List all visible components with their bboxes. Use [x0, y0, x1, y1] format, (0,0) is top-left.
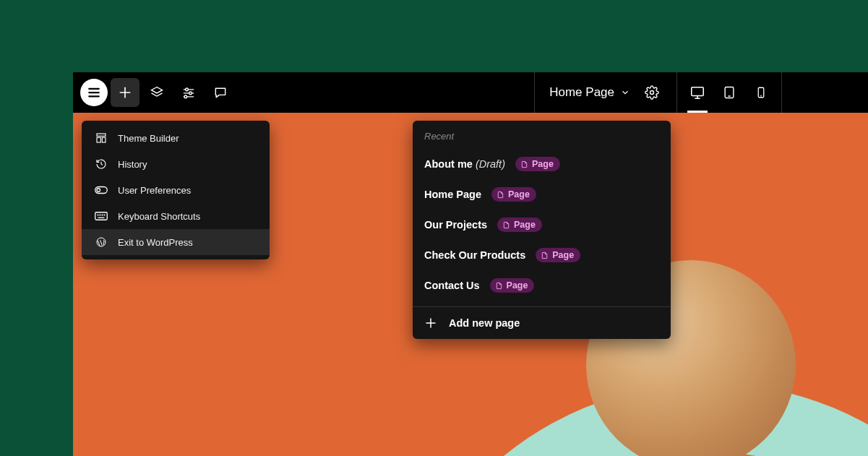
- page-badge: Page: [536, 248, 580, 262]
- page-badge: Page: [490, 278, 535, 293]
- page-item-contact-us[interactable]: Contact Us Page: [413, 270, 671, 301]
- page-item-about-me[interactable]: About me (Draft) Page: [413, 149, 671, 179]
- responsive-section: [676, 72, 781, 113]
- pages-dropdown-heading: Recent: [413, 121, 671, 146]
- menu-item-label: Theme Builder: [118, 133, 179, 144]
- page-icon: [495, 281, 503, 291]
- chevron-down-icon: [620, 87, 630, 98]
- page-badge: Page: [515, 157, 560, 171]
- editor-frame: Home Page: [73, 72, 868, 456]
- keyboard-icon: [95, 210, 108, 223]
- theme-builder-icon: [95, 132, 108, 145]
- svg-point-27: [98, 215, 98, 215]
- menu-item-label: Exit to WordPress: [118, 237, 193, 248]
- comments-button[interactable]: [206, 78, 235, 107]
- page-switcher-section: Home Page: [534, 72, 676, 113]
- toolbar-right: Home Page: [534, 72, 868, 113]
- page-icon: [502, 220, 510, 230]
- hamburger-icon: [87, 86, 101, 99]
- pages-list: About me (Draft) Page Home Page Page: [413, 146, 671, 306]
- page-badge: Page: [497, 218, 542, 232]
- page-item-check-our-products[interactable]: Check Our Products Page: [413, 240, 671, 270]
- svg-point-9: [189, 92, 192, 95]
- page-icon: [497, 190, 504, 199]
- svg-point-30: [104, 215, 105, 215]
- page-item-home-page[interactable]: Home Page Page: [413, 179, 671, 210]
- add-new-page-button[interactable]: Add new page: [413, 306, 671, 339]
- menu-item-keyboard-shortcuts[interactable]: Keyboard Shortcuts: [82, 203, 270, 229]
- page-icon: [541, 251, 549, 260]
- svg-point-24: [97, 189, 100, 192]
- page-item-title: Our Projects: [424, 219, 487, 231]
- menu-item-exit-to-wordpress[interactable]: Exit to WordPress: [82, 229, 270, 255]
- menu-item-label: User Preferences: [118, 185, 191, 196]
- page-item-title: Check Our Products: [424, 249, 525, 261]
- add-new-page-label: Add new page: [449, 317, 520, 329]
- tablet-icon: [722, 85, 736, 100]
- wordpress-icon: [95, 236, 108, 249]
- gear-icon: [645, 85, 659, 100]
- svg-rect-21: [97, 137, 100, 142]
- toggle-icon: [95, 184, 108, 197]
- settings-sliders-button[interactable]: [174, 78, 203, 107]
- plus-icon: [118, 85, 132, 100]
- svg-point-7: [186, 88, 189, 91]
- page-item-title: Contact Us: [424, 280, 480, 291]
- page-badge: Page: [491, 187, 536, 202]
- current-page-label: Home Page: [549, 85, 614, 100]
- svg-rect-22: [102, 137, 106, 142]
- menu-item-label: Keyboard Shortcuts: [118, 211, 200, 222]
- hamburger-button[interactable]: [80, 79, 108, 106]
- page-icon: [520, 160, 528, 169]
- tablet-view-button[interactable]: [715, 78, 744, 107]
- mobile-view-button[interactable]: [747, 78, 775, 107]
- page-item-title: Home Page: [424, 189, 481, 200]
- menu-item-history[interactable]: History: [82, 151, 270, 177]
- svg-rect-20: [97, 134, 106, 136]
- chat-icon: [213, 85, 228, 100]
- topbar: Home Page: [73, 72, 868, 113]
- layers-button[interactable]: [142, 78, 171, 107]
- svg-point-28: [100, 215, 100, 215]
- page-item-our-projects[interactable]: Our Projects Page: [413, 210, 671, 240]
- page-item-title: About me (Draft): [424, 158, 505, 170]
- svg-point-12: [650, 91, 654, 95]
- add-block-button[interactable]: [111, 78, 139, 107]
- svg-marker-5: [152, 87, 163, 93]
- pages-dropdown: Recent About me (Draft) Page Home Page: [413, 121, 671, 339]
- toolbar-left: [73, 72, 235, 113]
- layers-icon: [150, 85, 164, 100]
- desktop-icon: [689, 85, 705, 100]
- desktop-view-button[interactable]: [683, 78, 712, 107]
- sliders-icon: [181, 85, 196, 100]
- mobile-icon: [755, 86, 768, 99]
- svg-point-29: [102, 215, 103, 215]
- svg-point-11: [184, 95, 187, 98]
- menu-item-user-preferences[interactable]: User Preferences: [82, 177, 270, 203]
- menu-item-theme-builder[interactable]: Theme Builder: [82, 125, 270, 151]
- page-settings-button[interactable]: [637, 78, 666, 107]
- menu-item-label: History: [118, 159, 147, 170]
- svg-rect-13: [692, 87, 704, 96]
- page-switcher[interactable]: Home Page: [545, 72, 635, 113]
- extra-section: [781, 72, 868, 113]
- plus-icon: [424, 317, 437, 330]
- svg-rect-25: [95, 212, 108, 220]
- hamburger-menu: Theme Builder History User Preferences K…: [82, 121, 270, 259]
- history-icon: [95, 158, 108, 171]
